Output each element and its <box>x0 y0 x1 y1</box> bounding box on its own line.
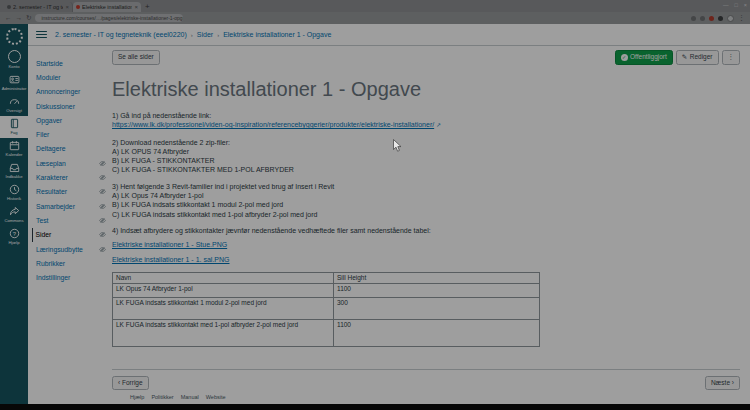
external-link[interactable]: https://www.lk.dk/professionel/viden-og-… <box>112 121 434 128</box>
table-row: LK FUGA indsats stikkontakt med 1-pol af… <box>113 319 540 346</box>
forward-icon[interactable]: → <box>16 12 23 24</box>
address-bar[interactable]: instructure.com/courses/…/pages/elektris… <box>35 14 183 22</box>
published-button[interactable]: ✓ Offentliggjort <box>615 50 673 65</box>
global-nav-fag[interactable]: Fag <box>0 116 28 138</box>
sidebar-item-sider[interactable]: Sider <box>32 228 107 242</box>
reload-icon[interactable]: ↻ <box>26 12 31 24</box>
extension-icon[interactable] <box>718 16 723 21</box>
global-nav-konto[interactable]: Konto <box>0 48 28 72</box>
browser-toolbar: ← → ↻ instructure.com/courses/…/pages/el… <box>0 12 750 24</box>
tab-close-icon[interactable]: × <box>134 4 138 10</box>
new-tab-button[interactable]: + <box>145 2 150 12</box>
footer-link[interactable]: Manual <box>181 394 199 400</box>
sidebar-item-rubrikker[interactable]: Rubrikker <box>36 256 106 270</box>
global-nav-commons[interactable]: Commons <box>0 204 28 226</box>
file-link-1sal[interactable]: Elektriske installationer 1 - 1. sal.PNG <box>112 255 230 264</box>
page-body: 1) Gå ind på nedenstående link: https://… <box>112 111 740 269</box>
see-all-pages-button[interactable]: Se alle sider <box>112 50 160 65</box>
sidebar-item-laeseplan[interactable]: Læseplan <box>36 156 106 170</box>
sidebar-item-moduler[interactable]: Moduler <box>36 70 106 84</box>
extension-icon[interactable] <box>700 16 705 21</box>
svg-text:?: ? <box>12 231 16 237</box>
sidebar-item-indstillinger[interactable]: Indstillinger <box>36 270 106 284</box>
global-nav-administrator[interactable]: Administrator <box>0 72 28 94</box>
previous-label: ‹ Forrige <box>118 380 143 387</box>
page-navigation: ‹ Forrige Næste › <box>112 369 740 391</box>
canvas-logo-icon[interactable] <box>6 28 23 45</box>
minimize-icon[interactable]: — <box>723 0 729 11</box>
global-nav-historik[interactable]: Historik <box>0 182 28 204</box>
more-options-button[interactable]: ⋮ <box>722 50 741 65</box>
back-icon[interactable]: ← <box>5 12 12 24</box>
sidebar-item-label: Indstillinger <box>36 274 70 281</box>
step-3a-text: A) LK Opus 74 Afbryder 1-pol <box>112 191 740 200</box>
sill-height-table: Navn Sill Height LK Opus 74 Afbryder 1-p… <box>112 272 540 347</box>
file-link-stue[interactable]: Elektriske installationer 1 - Stue.PNG <box>112 240 227 249</box>
browser-tabstrip: 2. semester - IT og tegnetek × Elektrisk… <box>0 0 750 12</box>
window-controls: — □ × <box>723 0 747 11</box>
screen: 2. semester - IT og tegnetek × Elektrisk… <box>0 0 750 410</box>
sidebar-item-laeringsudbytte[interactable]: Læringsudbytte <box>36 242 106 256</box>
global-nav-label: Commons <box>4 218 23 223</box>
sidebar-item-label: Deltagere <box>36 145 65 152</box>
sidebar-item-startside[interactable]: Startside <box>36 56 106 70</box>
app-header: 2. semester - IT og tegneteknik (eeel022… <box>28 24 750 46</box>
hamburger-menu-icon[interactable] <box>36 31 47 39</box>
global-nav-hjaelp[interactable]: ? Hjælp <box>0 226 28 248</box>
global-nav-label: Hjælp <box>9 240 20 245</box>
calendar-icon <box>9 140 20 151</box>
step-2c-text: C) LK FUGA - STIKKONTAKTER MED 1-POL AFB… <box>112 165 740 174</box>
previous-page-button[interactable]: ‹ Forrige <box>112 376 149 391</box>
breadcrumb-course[interactable]: 2. semester - IT og tegneteknik (eeel022… <box>55 31 187 38</box>
sidebar-item-diskussioner[interactable]: Diskussioner <box>36 99 106 113</box>
sidebar-item-samarbejder[interactable]: Samarbejder <box>36 199 106 213</box>
step-4-text: 4) Indsæt afbrydere og stikkontakter jæv… <box>112 226 740 235</box>
tab-close-icon[interactable]: × <box>65 4 69 10</box>
step-3b-text: B) LK FUGA indsats stikkontakt 1 modul 2… <box>112 200 740 209</box>
eye-off-icon <box>99 174 106 181</box>
inbox-tray-icon <box>9 162 20 173</box>
browser-tab-1[interactable]: 2. semester - IT og tegnetek × <box>4 2 73 12</box>
step-3-text: 3) Hent følgende 3 Revit-familier ind i … <box>112 182 740 191</box>
close-icon[interactable]: × <box>744 0 747 11</box>
breadcrumb-sider[interactable]: Sider <box>197 31 213 38</box>
footer-link[interactable]: Hjælp <box>130 394 144 400</box>
sidebar-item-label: Diskussioner <box>36 103 75 110</box>
edit-button[interactable]: ✎ Rediger <box>676 50 719 65</box>
next-page-button[interactable]: Næste › <box>705 376 740 391</box>
global-nav-indbakke[interactable]: Indbakke <box>0 160 28 182</box>
profile-avatar[interactable] <box>727 15 734 22</box>
browser-menu-icon[interactable]: ⋮ <box>738 14 745 22</box>
maximize-icon[interactable]: □ <box>734 0 737 11</box>
eye-off-icon <box>99 231 106 238</box>
global-nav-label: Fag <box>10 130 17 135</box>
eye-off-icon <box>99 246 106 253</box>
sidebar-item-test[interactable]: Test <box>36 213 106 227</box>
footer-link[interactable]: Politikker <box>151 394 173 400</box>
eye-off-icon <box>99 188 106 195</box>
sidebar-item-karakterer[interactable]: Karakterer <box>36 170 106 184</box>
edit-label: Rediger <box>690 54 713 61</box>
main-content: Se alle sider ✓ Offentliggjort ✎ Rediger… <box>112 50 740 390</box>
global-nav-label: Historik <box>7 196 21 201</box>
table-cell: LK FUGA indsats stikkontakt med 1-pol af… <box>113 319 334 346</box>
global-nav-label: Konto <box>9 64 20 69</box>
recording-extension-icon[interactable] <box>709 16 714 21</box>
global-nav-oversigt[interactable]: Oversigt <box>0 94 28 116</box>
global-nav-kalender[interactable]: Kalender <box>0 138 28 160</box>
commons-share-arrow-icon <box>9 206 20 217</box>
sidebar-item-resultater[interactable]: Resultater <box>36 185 106 199</box>
canvas-favicon <box>76 5 80 9</box>
mouse-cursor <box>393 139 402 152</box>
extension-icon[interactable] <box>691 16 696 21</box>
sidebar-item-opgaver[interactable]: Opgaver <box>36 113 106 127</box>
sidebar-item-annonceringer[interactable]: Annonceringer <box>36 85 106 99</box>
sidebar-item-filer[interactable]: Filer <box>36 127 106 141</box>
sidebar-item-deltagere[interactable]: Deltagere <box>36 142 106 156</box>
see-all-pages-label: Se alle sider <box>118 54 154 61</box>
global-nav-label: Indbakke <box>6 174 23 179</box>
footer-link[interactable]: Website <box>206 394 226 400</box>
global-nav-label: Oversigt <box>6 108 22 113</box>
browser-tab-2[interactable]: Elektriske installationer 1 - × <box>73 2 141 12</box>
table-header-navn: Navn <box>113 272 334 283</box>
